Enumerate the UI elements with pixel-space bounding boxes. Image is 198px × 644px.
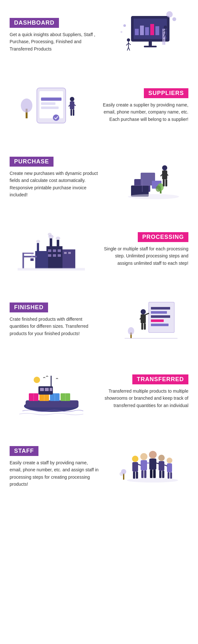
svg-rect-82 bbox=[30, 258, 34, 261]
svg-rect-89 bbox=[151, 324, 169, 326]
transferred-illustration bbox=[6, 365, 96, 419]
svg-point-35 bbox=[53, 114, 59, 121]
svg-rect-134 bbox=[170, 472, 172, 479]
processing-badge: PROCESSING bbox=[138, 232, 188, 242]
finished-section: FINISHED Crate finished products with di… bbox=[0, 285, 198, 355]
svg-rect-78 bbox=[22, 256, 37, 257]
svg-point-59 bbox=[128, 194, 179, 199]
svg-point-28 bbox=[123, 24, 126, 27]
finished-svg bbox=[115, 294, 179, 345]
purchase-section: PURCHASE Create new purchases with dynam… bbox=[0, 141, 198, 214]
svg-point-90 bbox=[141, 309, 146, 314]
svg-rect-113 bbox=[51, 376, 52, 387]
svg-rect-67 bbox=[53, 254, 56, 257]
svg-rect-2 bbox=[135, 29, 139, 35]
svg-line-24 bbox=[126, 43, 128, 45]
suppliers-badge: SUPPLIERS bbox=[144, 88, 188, 98]
svg-rect-58 bbox=[165, 179, 167, 186]
svg-point-22 bbox=[127, 38, 130, 42]
svg-point-119 bbox=[140, 453, 147, 460]
svg-rect-87 bbox=[151, 315, 170, 318]
dashboard-badge: DASHBOARD bbox=[10, 18, 59, 28]
svg-rect-112 bbox=[50, 388, 52, 391]
svg-rect-120 bbox=[141, 460, 147, 470]
svg-rect-124 bbox=[149, 459, 156, 470]
svg-rect-95 bbox=[144, 323, 146, 330]
finished-badge: FINISHED bbox=[10, 302, 48, 312]
svg-line-25 bbox=[128, 43, 131, 45]
staff-text-block: STAFF Easily create a staff by providing… bbox=[6, 446, 102, 488]
svg-point-127 bbox=[158, 455, 165, 461]
finished-description: Crate finished products with different q… bbox=[10, 316, 99, 337]
svg-rect-42 bbox=[70, 109, 72, 116]
purchase-svg bbox=[115, 150, 179, 205]
svg-rect-34 bbox=[41, 106, 59, 109]
suppliers-text-block: SUPPLIERS Easily create a supplier by pr… bbox=[96, 88, 192, 123]
svg-rect-57 bbox=[163, 179, 165, 186]
svg-point-38 bbox=[70, 97, 74, 101]
purchase-illustration bbox=[102, 150, 192, 205]
svg-point-139 bbox=[127, 478, 178, 483]
svg-line-138 bbox=[164, 465, 167, 466]
processing-illustration bbox=[6, 224, 96, 275]
svg-rect-68 bbox=[58, 254, 61, 257]
transferred-badge: TRANSFERRED bbox=[132, 374, 188, 384]
svg-rect-5 bbox=[150, 24, 154, 35]
svg-point-76 bbox=[56, 237, 60, 240]
suppliers-svg bbox=[19, 80, 83, 131]
svg-rect-86 bbox=[151, 311, 167, 314]
staff-svg bbox=[113, 438, 181, 496]
svg-point-123 bbox=[149, 451, 157, 459]
svg-rect-71 bbox=[50, 238, 52, 247]
processing-description: Single or multiple staff for each proces… bbox=[99, 245, 188, 267]
processing-svg bbox=[18, 224, 85, 275]
svg-rect-111 bbox=[45, 388, 49, 391]
svg-rect-83 bbox=[18, 268, 85, 271]
svg-rect-118 bbox=[136, 472, 138, 479]
svg-rect-128 bbox=[159, 461, 164, 471]
svg-rect-4 bbox=[145, 27, 149, 35]
svg-rect-79 bbox=[22, 253, 24, 269]
staff-section: STAFF Easily create a staff by providing… bbox=[0, 428, 198, 505]
svg-point-53 bbox=[162, 165, 167, 170]
svg-point-16 bbox=[164, 26, 167, 29]
processing-section: PROCESSING Single or multiple staff for … bbox=[0, 214, 198, 285]
svg-rect-132 bbox=[167, 463, 172, 472]
svg-rect-6 bbox=[155, 26, 159, 35]
staff-description: Easily create a staff by providing name,… bbox=[10, 459, 99, 488]
svg-rect-110 bbox=[40, 388, 44, 391]
svg-point-29 bbox=[120, 31, 122, 33]
transferred-section: TRANSFERRED Transferred multiple product… bbox=[0, 355, 198, 428]
svg-rect-43 bbox=[73, 109, 74, 116]
purchase-text-block: PURCHASE Create new purchases with dynam… bbox=[6, 157, 102, 199]
svg-point-97 bbox=[128, 327, 134, 335]
svg-rect-126 bbox=[153, 470, 156, 478]
svg-rect-32 bbox=[41, 98, 62, 101]
svg-point-142 bbox=[120, 472, 123, 476]
svg-rect-116 bbox=[132, 462, 138, 472]
svg-rect-94 bbox=[141, 323, 143, 330]
dashboard-illustration bbox=[102, 10, 192, 61]
svg-rect-64 bbox=[53, 249, 56, 252]
svg-rect-121 bbox=[141, 470, 144, 478]
svg-rect-8 bbox=[144, 46, 157, 47]
svg-rect-88 bbox=[151, 319, 164, 322]
svg-rect-85 bbox=[151, 307, 170, 310]
transferred-svg bbox=[19, 365, 83, 419]
transferred-description: Transferred multiple products to multipl… bbox=[99, 388, 188, 409]
svg-line-137 bbox=[156, 463, 159, 464]
finished-text-block: FINISHED Crate finished products with di… bbox=[6, 302, 102, 337]
suppliers-description: Easily create a supplier by providing na… bbox=[99, 101, 188, 123]
svg-rect-33 bbox=[41, 102, 55, 105]
svg-rect-65 bbox=[58, 249, 61, 252]
svg-rect-80 bbox=[24, 253, 34, 254]
dashboard-description: Get a quick insights about Suppliers, St… bbox=[10, 31, 99, 52]
svg-rect-133 bbox=[168, 472, 169, 479]
svg-rect-130 bbox=[162, 471, 164, 478]
suppliers-section: SUPPLIERS Easily create a supplier by pr… bbox=[0, 70, 198, 141]
svg-line-27 bbox=[128, 47, 130, 51]
svg-rect-129 bbox=[159, 471, 161, 478]
svg-rect-69 bbox=[64, 252, 67, 254]
finished-illustration bbox=[102, 294, 192, 345]
svg-point-37 bbox=[21, 98, 32, 113]
